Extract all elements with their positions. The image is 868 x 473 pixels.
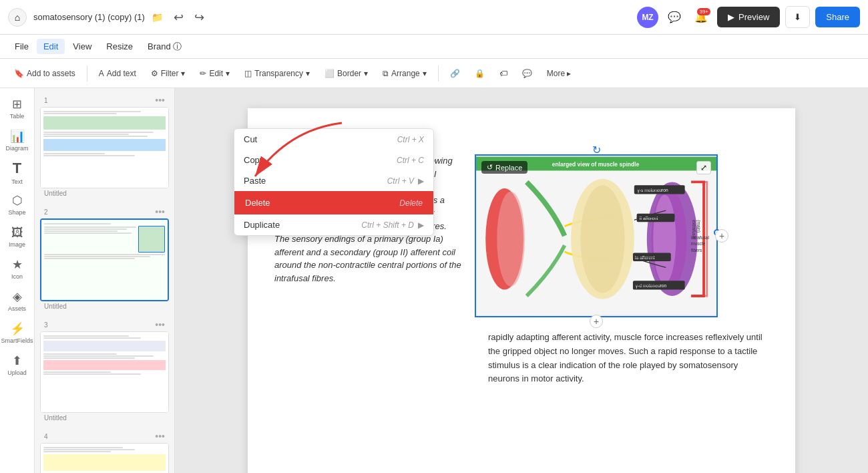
avatar: MZ xyxy=(637,7,658,28)
download-button[interactable]: ⬇ xyxy=(785,6,810,28)
page-thumb-2[interactable]: 2 ••• xyxy=(40,205,169,313)
toolbar-separator-2 xyxy=(438,65,439,82)
page-4-thumbnail[interactable] xyxy=(40,443,169,473)
ctx-paste[interactable]: Paste Ctrl + V ▶ xyxy=(234,170,433,191)
filter-icon: ⚙ xyxy=(151,69,158,78)
more-button[interactable]: More ▸ xyxy=(541,65,578,82)
rotate-handle[interactable]: ↻ xyxy=(592,144,601,156)
zoom-button[interactable]: ⤢ xyxy=(696,161,711,174)
add-handle-right[interactable]: + xyxy=(715,229,728,243)
border-button[interactable]: ⬜ Border ▾ xyxy=(318,65,374,82)
tag-icon: 🏷 xyxy=(499,69,507,78)
ctx-cut[interactable]: Cut Ctrl + X xyxy=(234,129,433,150)
arrange-button[interactable]: ⧉ Arrange ▾ xyxy=(377,65,433,82)
ctx-cut-shortcut: Ctrl + X xyxy=(397,135,424,144)
svg-point-9 xyxy=(653,194,676,283)
ctx-copy[interactable]: Copy Ctrl + C xyxy=(234,150,433,170)
menu-brand[interactable]: Brand ⓘ xyxy=(141,38,188,55)
sidebar-tool-icon[interactable]: ★ Icon xyxy=(3,254,32,283)
notification-button[interactable]: 🔔 39+ xyxy=(690,7,712,28)
sidebar-tool-upload[interactable]: ⬆ Upload xyxy=(3,350,32,379)
sidebar-tool-smartfields[interactable]: ⚡ SmartFields xyxy=(3,318,32,347)
ctx-duplicate[interactable]: Duplicate Ctrl + Shift + D ▶ xyxy=(234,214,433,235)
sidebar-tool-image[interactable]: 🖼 Image xyxy=(3,222,32,251)
sidebar-tool-label-shape: Shape xyxy=(8,209,25,216)
add-to-assets-button[interactable]: 🔖 Add to assets xyxy=(8,65,81,82)
chevron-down-icon-3: ▾ xyxy=(306,69,310,78)
top-bar-right: MZ 💬 🔔 39+ ▶ Preview ⬇ Share xyxy=(637,6,860,28)
sidebar-tool-label-smartfields: SmartFields xyxy=(1,337,33,344)
preview-button[interactable]: ▶ Preview xyxy=(717,7,780,27)
comment-icon-button[interactable]: 💬 xyxy=(664,7,685,28)
link-button[interactable]: 🔗 xyxy=(444,65,466,82)
page-4-options[interactable]: ••• xyxy=(155,431,165,442)
page-1-header: 1 ••• xyxy=(40,94,169,107)
page-1-thumbnail[interactable] xyxy=(40,107,169,188)
edit-button[interactable]: ✏ Edit ▾ xyxy=(194,65,236,82)
comment-button[interactable]: 💬 xyxy=(516,65,538,82)
page-3-header: 3 ••• xyxy=(40,318,169,331)
ctx-cut-label: Cut xyxy=(244,134,257,144)
upload-icon: ⬆ xyxy=(12,353,22,368)
sidebar-tool-diagram[interactable]: 📊 Diagram xyxy=(3,126,32,155)
page-4-number: 4 xyxy=(44,433,48,440)
page-1-options[interactable]: ••• xyxy=(155,95,165,106)
sidebar-tool-label-assets: Assets xyxy=(8,305,26,312)
page-3-options[interactable]: ••• xyxy=(155,319,165,330)
top-bar-left: ⌂ somatosensory (1) (copy) (1) 📁 ↩ ↪ xyxy=(8,8,630,27)
add-text-button[interactable]: A Add text xyxy=(93,65,142,82)
sidebar-tool-label-image: Image xyxy=(9,241,25,248)
sidebar-tool-assets[interactable]: ◈ Assets xyxy=(3,286,32,315)
menu-resize[interactable]: Resize xyxy=(99,39,140,54)
menu-view[interactable]: View xyxy=(66,39,98,54)
tag-button[interactable]: 🏷 xyxy=(493,65,513,82)
svg-text:muscle: muscle xyxy=(691,241,705,246)
sidebar-tool-text[interactable]: T Text xyxy=(3,158,32,187)
left-sidebar: ⊞ Table 📊 Diagram T Text ⬡ Shape 🖼 Image… xyxy=(0,88,35,473)
ctx-delete[interactable]: Delete Delete xyxy=(234,191,433,214)
ctx-copy-shortcut: Ctrl + C xyxy=(397,156,424,165)
menu-file[interactable]: File xyxy=(8,39,35,54)
page-3-thumbnail[interactable] xyxy=(40,331,169,413)
svg-text:γ-d motoneuron: γ-d motoneuron xyxy=(636,283,667,289)
page-thumb-4[interactable]: 4 ••• xyxy=(40,430,169,473)
toolbar-separator-1 xyxy=(87,65,87,82)
pencil-icon: ✏ xyxy=(200,69,206,78)
replace-button[interactable]: ↺ Replace xyxy=(481,161,527,174)
page-thumb-1[interactable]: 1 ••• Un xyxy=(40,94,169,200)
replace-icon: ↺ xyxy=(487,163,493,172)
bottom-text: rapidly adapting afferent activity, musc… xyxy=(488,331,769,386)
spindle-image-container[interactable]: ↻ enlarged view of muscle spindle xyxy=(475,154,718,317)
sidebar-tool-label-icon: Icon xyxy=(11,273,23,280)
svg-point-6 xyxy=(580,185,624,293)
svg-text:fibers: fibers xyxy=(691,248,702,253)
menu-edit[interactable]: Edit xyxy=(37,39,65,54)
main-area: ⊞ Table 📊 Diagram T Text ⬡ Shape 🖼 Image… xyxy=(0,88,868,473)
assets-icon: ◈ xyxy=(13,289,22,304)
sidebar-tool-label-table: Table xyxy=(10,113,25,120)
svg-text:II afferent: II afferent xyxy=(639,216,658,220)
top-bar: ⌂ somatosensory (1) (copy) (1) 📁 ↩ ↪ MZ … xyxy=(0,0,868,35)
add-handle-bottom[interactable]: + xyxy=(590,315,603,328)
lock-icon: 🔒 xyxy=(475,69,485,78)
page-thumb-3[interactable]: 3 ••• Un xyxy=(40,318,169,424)
ctx-delete-label: Delete xyxy=(245,198,270,208)
chevron-down-icon-2: ▾ xyxy=(226,69,230,78)
redo-button[interactable]: ↪ xyxy=(190,9,208,26)
play-icon: ▶ xyxy=(728,12,734,22)
sidebar-tool-shape[interactable]: ⬡ Shape xyxy=(3,190,32,219)
transparency-button[interactable]: ◫ Transparency ▾ xyxy=(238,65,316,82)
spindle-image: enlarged view of muscle spindle xyxy=(476,156,716,316)
home-button[interactable]: ⌂ xyxy=(8,8,27,27)
menu-bar: File Edit View Resize Brand ⓘ xyxy=(0,35,868,59)
ctx-duplicate-label: Duplicate xyxy=(244,220,280,230)
page-1-preview xyxy=(41,108,168,188)
lock-button[interactable]: 🔒 xyxy=(469,65,491,82)
share-button[interactable]: Share xyxy=(815,7,860,27)
page-2-thumbnail[interactable] xyxy=(40,218,169,301)
page-2-options[interactable]: ••• xyxy=(155,206,165,217)
undo-button[interactable]: ↩ xyxy=(170,9,188,26)
sidebar-tool-table[interactable]: ⊞ Table xyxy=(3,94,32,123)
image-icon: 🖼 xyxy=(11,226,23,240)
filter-button[interactable]: ⚙ Filter ▾ xyxy=(145,65,192,82)
